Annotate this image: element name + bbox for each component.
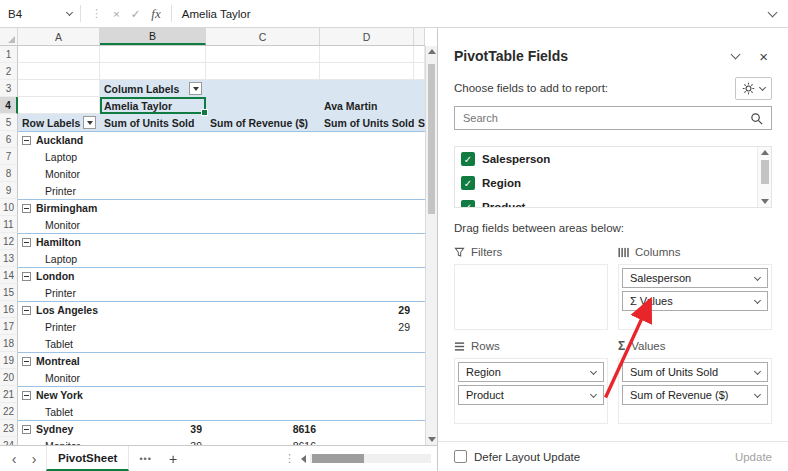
row-header-24[interactable]: 24	[0, 437, 18, 445]
row-header-20[interactable]: 20	[0, 369, 18, 386]
sheet-tab-pivotsheet[interactable]: PivotSheet	[46, 446, 129, 471]
row-header-21[interactable]: 21	[0, 386, 18, 403]
row-header-3[interactable]: 3	[0, 80, 18, 97]
cell-A19[interactable]: Montreal	[18, 352, 100, 369]
vertical-scrollbar[interactable]	[425, 46, 437, 445]
name-box[interactable]: B4	[0, 0, 80, 27]
cell-D4[interactable]: Ava Martin	[320, 97, 414, 114]
column-header-A[interactable]: A	[18, 28, 100, 45]
cell-C21[interactable]	[206, 386, 320, 403]
cell-E2[interactable]	[414, 63, 425, 80]
field-list-scrollbar[interactable]	[757, 147, 771, 207]
row-header-13[interactable]: 13	[0, 250, 18, 267]
cell-B9[interactable]	[100, 182, 206, 199]
insert-function-icon[interactable]: fx	[151, 6, 160, 22]
row-header-1[interactable]: 1	[0, 46, 18, 63]
cell-E9[interactable]	[414, 182, 425, 199]
field-item-salesperson[interactable]: ✓Salesperson	[455, 147, 757, 171]
collapse-icon[interactable]	[22, 357, 31, 366]
cell-A24[interactable]: Monitor	[18, 437, 100, 445]
cell-B5[interactable]: Sum of Units Sold	[100, 114, 206, 131]
scroll-left-icon[interactable]	[301, 455, 306, 463]
cell-C24[interactable]: 8616	[206, 437, 320, 445]
column-header-partial[interactable]	[414, 28, 425, 45]
cell-D11[interactable]	[320, 216, 414, 233]
cell-D9[interactable]	[320, 182, 414, 199]
cell-D22[interactable]	[320, 403, 414, 420]
cell-E1[interactable]	[414, 46, 425, 63]
vscroll-thumb[interactable]	[428, 64, 435, 214]
cell-E18[interactable]	[414, 335, 425, 352]
hscroll-thumb[interactable]	[312, 454, 364, 463]
collapse-icon[interactable]	[22, 272, 31, 281]
cell-C22[interactable]	[206, 403, 320, 420]
cell-E20[interactable]	[414, 369, 425, 386]
collapse-icon[interactable]	[22, 391, 31, 400]
cell-E13[interactable]	[414, 250, 425, 267]
cell-D5[interactable]: Sum of Units Sold	[320, 114, 414, 131]
cell-D15[interactable]	[320, 284, 414, 301]
defer-checkbox[interactable]	[454, 450, 467, 463]
cell-E3[interactable]	[414, 80, 425, 97]
formula-bar-expand-icon[interactable]	[757, 0, 788, 27]
cell-E7[interactable]	[414, 148, 425, 165]
cell-D18[interactable]	[320, 335, 414, 352]
area-columns-dropzone[interactable]: SalespersonΣ Values	[618, 264, 772, 330]
row-header-6[interactable]: 6	[0, 131, 18, 148]
field-list-scroll-thumb[interactable]	[761, 160, 769, 184]
collapse-icon[interactable]	[22, 136, 31, 145]
cell-E15[interactable]	[414, 284, 425, 301]
cell-B6[interactable]	[100, 131, 206, 148]
cell-D24[interactable]	[320, 437, 414, 445]
cell-B23[interactable]: 39	[100, 420, 206, 437]
cell-D17[interactable]: 29	[320, 318, 414, 335]
field-pill-region[interactable]: Region	[458, 362, 604, 382]
cell-C13[interactable]	[206, 250, 320, 267]
cell-A20[interactable]: Monitor	[18, 369, 100, 386]
cell-A10[interactable]: Birmingham	[18, 199, 100, 216]
scroll-up-icon[interactable]	[428, 49, 436, 54]
pill-dropdown-icon[interactable]	[590, 390, 597, 397]
hscroll-track[interactable]	[310, 454, 431, 463]
defer-layout-update[interactable]: Defer Layout Update	[454, 450, 735, 463]
cell-D6[interactable]	[320, 131, 414, 148]
cell-E22[interactable]	[414, 403, 425, 420]
column-header-C[interactable]: C	[206, 28, 320, 45]
sheet-nav-left-icon[interactable]: ‹	[4, 446, 24, 471]
cell-B20[interactable]	[100, 369, 206, 386]
enter-icon[interactable]: ✓	[131, 7, 141, 21]
cell-B16[interactable]	[100, 301, 206, 318]
cell-D12[interactable]	[320, 233, 414, 250]
cell-C19[interactable]	[206, 352, 320, 369]
cell-B3[interactable]: Column Labels	[100, 80, 206, 97]
pill-dropdown-icon[interactable]	[754, 296, 761, 303]
cell-E21[interactable]	[414, 386, 425, 403]
cell-B12[interactable]	[100, 233, 206, 250]
select-all-corner[interactable]	[0, 28, 18, 45]
cell-B13[interactable]	[100, 250, 206, 267]
row-header-9[interactable]: 9	[0, 182, 18, 199]
field-pill-salesperson[interactable]: Salesperson	[622, 268, 768, 288]
update-button[interactable]: Update	[735, 451, 772, 463]
cell-D8[interactable]	[320, 165, 414, 182]
cell-D21[interactable]	[320, 386, 414, 403]
collapse-icon[interactable]	[22, 306, 31, 315]
field-item-region[interactable]: ✓Region	[455, 171, 757, 195]
field-item-product[interactable]: ✓Product	[455, 195, 757, 208]
cell-C6[interactable]	[206, 131, 320, 148]
cell-A3[interactable]	[18, 80, 100, 97]
row-header-16[interactable]: 16	[0, 301, 18, 318]
row-header-18[interactable]: 18	[0, 335, 18, 352]
field-checkbox[interactable]: ✓	[461, 200, 475, 208]
row-header-15[interactable]: 15	[0, 284, 18, 301]
cell-C2[interactable]	[206, 63, 320, 80]
cell-D3[interactable]	[320, 80, 414, 97]
cell-D19[interactable]	[320, 352, 414, 369]
cell-E6[interactable]	[414, 131, 425, 148]
cell-E16[interactable]	[414, 301, 425, 318]
formula-input[interactable]: Amelia Taylor	[172, 0, 757, 27]
cell-B19[interactable]	[100, 352, 206, 369]
cell-B18[interactable]	[100, 335, 206, 352]
collapse-icon[interactable]	[22, 204, 31, 213]
panel-close-icon[interactable]: ×	[759, 49, 768, 64]
